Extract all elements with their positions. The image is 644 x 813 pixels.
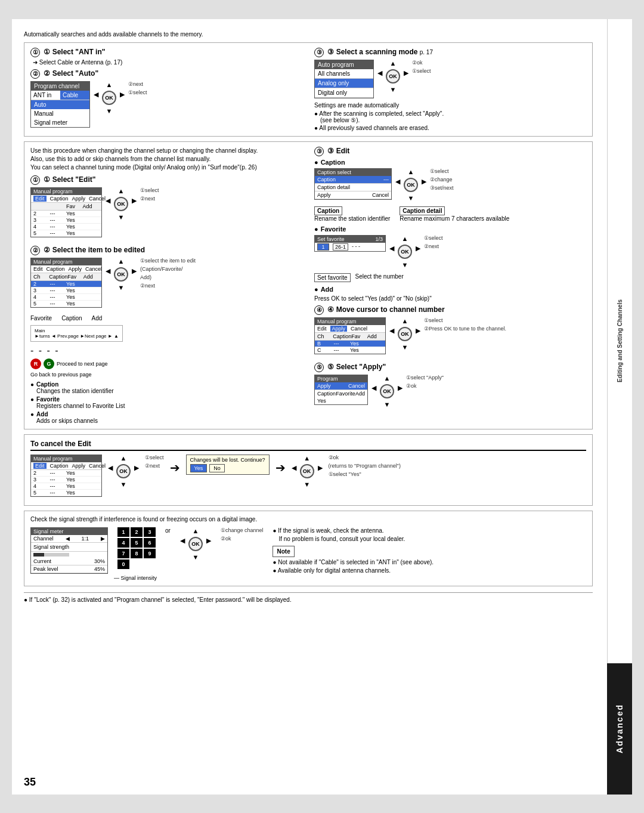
num-5[interactable]: 5: [131, 538, 143, 548]
digital-only-item: Digital only: [315, 88, 373, 98]
num-8[interactable]: 8: [131, 549, 143, 558]
scan-select-label: ①select: [412, 68, 431, 74]
sidebar-top: Editing and Setting Channels: [607, 19, 632, 663]
nav-select-label: ①select: [128, 89, 147, 95]
step2-num: ②: [30, 69, 40, 79]
step4-area: Manual program Edit Apply Cancel ChCapti…: [314, 317, 586, 358]
edit1-ok[interactable]: OK: [114, 197, 128, 211]
nav-right: ▶: [120, 91, 125, 98]
scan-mode-col: ③ ③ Select a scanning mode p. 17 Auto pr…: [314, 48, 586, 131]
prog-row-s4: 5---Yes: [31, 301, 101, 307]
scan-nav-up: ▲: [390, 60, 397, 67]
page-nav-area: Main ►turns ◄ Prev.page ►Next page ► ▲: [30, 325, 302, 342]
num-3[interactable]: 3: [144, 527, 156, 537]
fav-nav-labels: ①select ②next: [424, 235, 443, 249]
cancel-arrow: ➔: [170, 460, 180, 475]
dialog-buttons: Yes No: [190, 464, 265, 472]
cancel-prog-box: Manual program Edit Caption Apply Cancel…: [30, 455, 102, 497]
cancel-ok2[interactable]: OK: [300, 464, 314, 478]
caption-nav-labels: ①select ②change ③set/next: [430, 168, 454, 191]
caption-box-label: Caption Rename the station identifier: [314, 206, 390, 222]
fav-label: Favorite: [30, 315, 52, 322]
signal-bar-indicator: [33, 553, 69, 557]
num-7[interactable]: 7: [117, 549, 129, 558]
cancel-nav1: ▲ ◀ OK ▶ ▼: [108, 455, 139, 488]
caption-label-bot: Caption: [61, 315, 82, 322]
dash-area: - - - -: [30, 345, 302, 356]
prog-row-4: 4---Yes: [31, 224, 101, 230]
manual-cols-2: ChCaptionFavAdd: [31, 273, 101, 281]
sidebar-bottom-label: Advanced: [615, 704, 624, 753]
auto-program-menu: Auto program All channels Analog only Di…: [314, 60, 374, 98]
num-2[interactable]: 2: [131, 527, 143, 537]
channel-row: Channel ◀ 1:1 ▶: [31, 535, 107, 543]
edit-step1-area: Manual program Edit Caption Apply Cancel…: [30, 187, 302, 241]
cancel-ok1[interactable]: OK: [116, 464, 131, 478]
fav-ch: 26-1: [333, 243, 348, 251]
step5-area: Program Apply Cancel CaptionFavoriteAdd …: [314, 375, 586, 408]
step4-ok[interactable]: OK: [398, 327, 412, 341]
num-0[interactable]: 0: [117, 559, 129, 569]
fav-dash: - - -: [352, 243, 360, 251]
yes-button[interactable]: Yes: [190, 464, 208, 472]
red-button[interactable]: R: [30, 358, 41, 369]
edit-step1-title: ① ① Select "Edit": [30, 175, 302, 185]
manual-item: Manual: [31, 109, 89, 118]
caption-select-box: Caption select Caption --- Caption detai…: [314, 168, 392, 200]
step3-num: ③: [314, 48, 324, 57]
go-back-note: Go back to previous page: [30, 372, 302, 378]
caption-select-area: Caption select Caption --- Caption detai…: [314, 168, 586, 202]
see-below-note: (see below ⑤).: [320, 117, 586, 123]
prog-channel-area: Program channel ANT in Cable Auto Manual…: [30, 81, 302, 128]
sidebar-bottom: Advanced: [607, 663, 632, 795]
cable-cell: Cable: [60, 91, 89, 100]
fav-ok[interactable]: OK: [398, 245, 412, 259]
numpad-area: 1 2 3 4 5 6 7 8 9 0: [117, 527, 156, 569]
num-6[interactable]: 6: [144, 538, 156, 548]
cancel-title: To cancel the Edit: [30, 440, 586, 451]
note2: ● Available only for digital antenna cha…: [273, 567, 586, 574]
bullet-notes: ● Caption Changes the station identifier…: [30, 381, 302, 424]
num-4[interactable]: 4: [117, 538, 129, 548]
or-label: or: [165, 527, 171, 534]
edit2-labels: ①select the item to edit (Caption/Favori…: [140, 258, 196, 289]
scan-ok-button[interactable]: OK: [386, 69, 400, 84]
num-1[interactable]: 1: [117, 527, 129, 537]
ok-button[interactable]: OK: [102, 91, 116, 105]
intro-text: Use this procedure when changing the cha…: [30, 147, 302, 172]
note-caption: ● Caption Changes the station identifier: [30, 381, 302, 394]
signal-bar: [31, 552, 107, 558]
cancel-nav2: ▲ ◀ OK ▶ ▼: [292, 455, 323, 488]
auto-program-header: Auto program: [315, 60, 373, 69]
weak-signal-note: ● If the signal is weak, check the anten…: [273, 527, 586, 534]
prog-nav: ▲ ◀ OK ▶ ▼: [94, 81, 125, 115]
set-fav-header: Set favorite 1/3: [315, 236, 385, 243]
toolbar-edit: Edit: [33, 196, 47, 202]
favorite-bullet: ● Favorite: [314, 225, 586, 233]
green-button[interactable]: G: [44, 358, 54, 369]
prog-row-5: 5---Yes: [31, 230, 101, 237]
step5-ok[interactable]: OK: [380, 384, 394, 398]
numpad-grid: 1 2 3 4 5 6 7 8 9: [117, 527, 156, 558]
num-9[interactable]: 9: [144, 549, 156, 558]
scan-ok-label: ②ok: [412, 60, 431, 66]
signal-meter-header: Signal meter: [31, 528, 107, 535]
manual-prog-box-2: Manual program Edit Caption Apply Cancel…: [30, 258, 102, 308]
note-favorite: ● Favorite Registers channel to Favorite…: [30, 396, 302, 409]
prog-row-s3: 4---Yes: [31, 294, 101, 301]
caption-ok[interactable]: OK: [404, 178, 418, 192]
signal-ok[interactable]: OK: [188, 537, 203, 551]
prog-row-2: 2---Yes: [31, 211, 101, 217]
caption-row: Caption ---: [315, 176, 391, 184]
no-button[interactable]: No: [209, 464, 225, 472]
note-box: Note: [273, 546, 294, 557]
fav-nav: ▲ ◀ OK ▶ ▼: [389, 235, 420, 268]
nav-left: ◀: [94, 91, 98, 98]
edit2-ok[interactable]: OK: [114, 267, 128, 282]
edit-step2-area: Manual program Edit Caption Apply Cancel…: [30, 258, 302, 311]
all-channels-item: All channels: [315, 69, 373, 79]
edit-right-col: ③ ③ Edit ● Caption Caption select Capt: [314, 147, 586, 424]
note-add: ● Add Adds or skips channels: [30, 411, 302, 424]
changes-dialog-box: Changes will be lost. Continue? Yes No: [186, 455, 270, 475]
step4-labels: ①select ②Press OK to tune to the channel…: [424, 317, 506, 332]
